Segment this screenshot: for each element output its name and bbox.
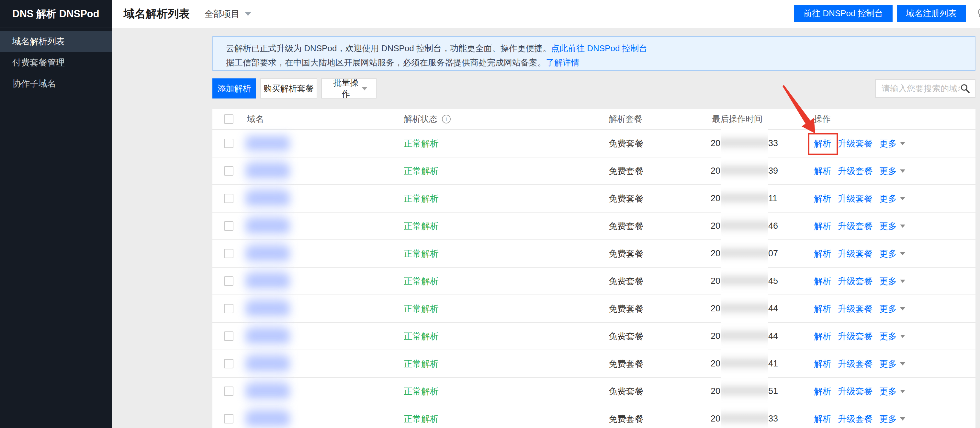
chevron-down-icon — [900, 142, 905, 145]
action-upgrade[interactable]: 升级套餐 — [838, 303, 873, 315]
goto-dnspod-console-button[interactable]: 前往 DNSPod 控制台 — [794, 5, 892, 22]
row-checkbox[interactable] — [224, 304, 234, 313]
sidebar-item-collab-subdomains[interactable]: 协作子域名 — [0, 73, 112, 94]
row-checkbox[interactable] — [224, 276, 234, 286]
action-resolve[interactable]: 解析 — [814, 220, 831, 232]
action-resolve[interactable]: 解析 — [814, 193, 831, 204]
chevron-down-icon — [900, 225, 905, 228]
row-actions: 解析 升级套餐 更多 — [814, 303, 975, 315]
search-input[interactable] — [881, 84, 960, 94]
row-checkbox[interactable] — [224, 414, 234, 423]
action-upgrade[interactable]: 升级套餐 — [838, 413, 873, 425]
domain-link-redacted[interactable] — [246, 356, 290, 372]
action-resolve[interactable]: 解析 — [814, 358, 831, 370]
action-upgrade[interactable]: 升级套餐 — [838, 138, 873, 149]
action-upgrade[interactable]: 升级套餐 — [838, 193, 873, 204]
buy-plan-button[interactable]: 购买解析套餐 — [260, 78, 317, 99]
action-more[interactable]: 更多 — [879, 413, 905, 425]
banner-line-1: 云解析已正式升级为 DNSPod，欢迎使用 DNSPod 控制台，功能更全面、操… — [226, 41, 975, 55]
domain-table: 域名 解析状态 i 解析套餐 最后操作时间 操作 正常解析 免费套餐 2033 … — [212, 109, 975, 428]
action-resolve[interactable]: 解析 — [814, 413, 831, 425]
domain-link-redacted[interactable] — [246, 329, 290, 344]
status-text: 正常解析 — [404, 138, 439, 149]
action-more[interactable]: 更多 — [879, 358, 905, 370]
sidebar-item-domain-list[interactable]: 域名解析列表 — [0, 31, 112, 52]
action-more[interactable]: 更多 — [879, 248, 905, 260]
last-op-time: 2033 — [711, 414, 814, 424]
col-plan: 解析套餐 — [609, 113, 712, 125]
plan-text: 免费套餐 — [609, 193, 644, 204]
table-row: 正常解析 免费套餐 2044 解析 升级套餐 更多 — [212, 294, 975, 322]
domain-link-redacted[interactable] — [246, 383, 290, 399]
chevron-down-icon — [362, 87, 368, 90]
action-resolve[interactable]: 解析 — [814, 386, 831, 397]
status-text: 正常解析 — [404, 220, 439, 232]
batch-operation-dropdown[interactable]: 批量操作 — [321, 78, 377, 99]
table-row: 正常解析 免费套餐 2039 解析 升级套餐 更多 — [212, 157, 975, 184]
row-checkbox[interactable] — [224, 194, 234, 203]
content-area: 云解析已正式升级为 DNSPod，欢迎使用 DNSPod 控制台，功能更全面、操… — [112, 28, 980, 428]
search-icon[interactable] — [960, 83, 970, 94]
row-checkbox[interactable] — [224, 139, 234, 148]
chevron-down-icon — [900, 307, 905, 310]
info-icon[interactable]: i — [442, 115, 451, 123]
action-resolve[interactable]: 解析 — [814, 303, 831, 315]
action-more[interactable]: 更多 — [879, 220, 905, 232]
status-text: 正常解析 — [404, 193, 439, 204]
action-more[interactable]: 更多 — [879, 193, 905, 204]
row-actions: 解析 升级套餐 更多 — [814, 220, 975, 232]
row-checkbox[interactable] — [224, 331, 234, 341]
action-more[interactable]: 更多 — [879, 138, 905, 149]
action-resolve[interactable]: 解析 — [814, 165, 831, 177]
action-resolve[interactable]: 解析 — [814, 275, 831, 287]
domain-link-redacted[interactable] — [246, 411, 290, 427]
row-checkbox[interactable] — [224, 386, 234, 396]
domain-link-redacted[interactable] — [246, 218, 290, 234]
action-resolve[interactable]: 解析 — [814, 138, 831, 149]
plan-text: 免费套餐 — [609, 413, 644, 425]
row-actions: 解析 升级套餐 更多 — [814, 386, 975, 397]
row-actions: 解析 升级套餐 更多 — [814, 413, 975, 425]
action-more[interactable]: 更多 — [879, 303, 905, 315]
action-more[interactable]: 更多 — [879, 386, 905, 397]
action-upgrade[interactable]: 升级套餐 — [838, 275, 873, 287]
action-upgrade[interactable]: 升级套餐 — [838, 331, 873, 342]
domain-link-redacted[interactable] — [246, 136, 290, 151]
action-upgrade[interactable]: 升级套餐 — [838, 386, 873, 397]
add-record-button[interactable]: 添加解析 — [212, 78, 256, 99]
col-actions: 操作 — [814, 113, 975, 125]
action-resolve[interactable]: 解析 — [814, 248, 831, 260]
domain-link-redacted[interactable] — [246, 301, 290, 316]
timestamp-redacted — [720, 418, 768, 419]
action-upgrade[interactable]: 升级套餐 — [838, 358, 873, 370]
domain-link-redacted[interactable] — [246, 191, 290, 206]
action-upgrade[interactable]: 升级套餐 — [838, 248, 873, 260]
row-checkbox[interactable] — [224, 221, 234, 231]
domain-link-redacted[interactable] — [246, 273, 290, 289]
domain-link-redacted[interactable] — [246, 246, 290, 262]
row-checkbox[interactable] — [224, 166, 234, 176]
row-actions: 解析 升级套餐 更多 — [814, 138, 975, 149]
domain-link-redacted[interactable] — [246, 163, 290, 179]
select-all-checkbox[interactable] — [224, 114, 234, 124]
row-checkbox[interactable] — [224, 249, 234, 258]
row-checkbox[interactable] — [224, 359, 234, 368]
action-more[interactable]: 更多 — [879, 331, 905, 342]
goto-dnspod-console-link[interactable]: 点此前往 DNSPod 控制台 — [551, 43, 648, 53]
action-more[interactable]: 更多 — [879, 275, 905, 287]
chevron-down-icon — [900, 279, 905, 283]
action-upgrade[interactable]: 升级套餐 — [838, 165, 873, 177]
project-selector[interactable]: 全部项目 — [205, 8, 251, 20]
action-upgrade[interactable]: 升级套餐 — [838, 220, 873, 232]
promo-link[interactable]: 限时领 — [977, 7, 980, 20]
status-text: 正常解析 — [404, 303, 439, 315]
action-resolve[interactable]: 解析 — [814, 331, 831, 342]
learn-more-link[interactable]: 了解详情 — [546, 57, 579, 67]
notice-banner: 云解析已正式升级为 DNSPod，欢迎使用 DNSPod 控制台，功能更全面、操… — [212, 36, 975, 71]
sidebar-item-paid-plans[interactable]: 付费套餐管理 — [0, 52, 112, 73]
status-text: 正常解析 — [404, 165, 439, 177]
status-text: 正常解析 — [404, 413, 439, 425]
action-more[interactable]: 更多 — [879, 165, 905, 177]
chevron-down-icon — [900, 390, 905, 393]
domain-register-list-button[interactable]: 域名注册列表 — [897, 5, 966, 22]
